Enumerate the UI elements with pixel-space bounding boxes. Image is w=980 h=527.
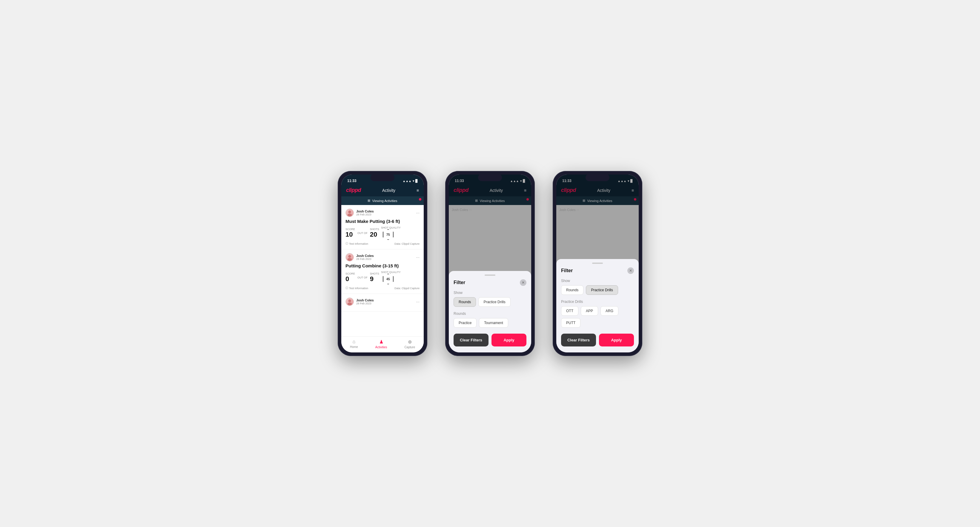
arg-btn-3[interactable]: ARG	[600, 306, 619, 316]
shots-section-1: Shots 20	[370, 228, 379, 238]
app-header-1: clippd Activity ≡	[341, 185, 424, 196]
apply-btn-3[interactable]: Apply	[599, 333, 634, 346]
svg-point-0	[348, 211, 351, 213]
activity-card-1: Josh Coles 28 Feb 2023 ··· Must Make Put…	[341, 205, 424, 249]
practice-drills-section-3: Practice Drills OTT APP ARG PUTT	[561, 300, 634, 328]
hamburger-icon-1[interactable]: ≡	[417, 188, 419, 193]
card-header-3: Josh Coles 28 Feb 2023 ···	[345, 297, 420, 306]
card-stats-2: Score 0 OUT OF Shots 9 Shot Quality 45	[345, 271, 420, 284]
practice-btn-2[interactable]: Practice	[453, 318, 477, 328]
modal-close-3[interactable]: ✕	[627, 267, 634, 274]
phone-3-screen: 11:33 ▲▲▲ ▾ ▉ clippd Activity ≡ ⊞ Viewin…	[556, 175, 639, 352]
shot-quality-section-2: Shot Quality 45	[381, 271, 401, 284]
activities-icon-1: ♟	[379, 339, 383, 344]
screen-content-1: Josh Coles 28 Feb 2023 ··· Must Make Put…	[341, 205, 424, 336]
rounds-section-2: Rounds Practice Tournament	[453, 311, 527, 328]
user-name-2: Josh Coles	[356, 254, 374, 257]
card-header-1: Josh Coles 28 Feb 2023 ···	[345, 209, 420, 217]
show-section-3: Show Rounds Practice Drills	[561, 279, 634, 295]
more-icon-1[interactable]: ···	[416, 210, 420, 215]
rounds-btn-3[interactable]: Rounds	[561, 285, 584, 295]
drill-buttons-3: OTT APP ARG PUTT	[561, 306, 634, 328]
more-icon-2[interactable]: ···	[416, 255, 420, 260]
card-footer-1: ⓘ Test Information Data: Clippd Capture	[345, 242, 420, 246]
test-info-2: ⓘ Test Information	[345, 286, 368, 290]
practice-drills-btn-2[interactable]: Practice Drills	[478, 297, 510, 307]
shots-value-2: 9	[370, 275, 374, 283]
status-icons-1: ▲▲▲ ▾ ▉	[402, 179, 418, 183]
status-time-1: 11:33	[347, 179, 356, 183]
avatar-1	[345, 209, 354, 217]
card-title-2: Putting Combine (3-15 ft)	[345, 263, 420, 268]
user-details-1: Josh Coles 28 Feb 2023	[356, 210, 374, 216]
svg-point-4	[348, 300, 351, 302]
tournament-btn-2[interactable]: Tournament	[479, 318, 508, 328]
capture-label-1: Capture	[404, 346, 415, 349]
capture-icon-1: ⊕	[408, 339, 412, 344]
rounds-btn-2[interactable]: Rounds	[453, 297, 476, 307]
modal-handle-3	[592, 263, 603, 264]
user-date-1: 28 Feb 2023	[356, 213, 374, 216]
app-btn-3[interactable]: APP	[581, 306, 598, 316]
viewing-bar-1[interactable]: ⊞ Viewing Activities	[341, 196, 424, 205]
modal-actions-3: Clear Filters Apply	[561, 333, 634, 346]
card-header-2: Josh Coles 28 Feb 2023 ···	[345, 253, 420, 262]
more-icon-3[interactable]: ···	[416, 299, 420, 304]
bottom-nav-1: ⌂ Home ♟ Activities ⊕ Capture	[341, 336, 424, 352]
nav-home-1[interactable]: ⌂ Home	[350, 339, 358, 349]
home-label-1: Home	[350, 345, 358, 349]
clear-filters-btn-3[interactable]: Clear Filters	[561, 333, 596, 346]
phone-1-screen: 11:33 ▲▲▲ ▾ ▉ clippd Activity ≡ ⊞ Viewin…	[341, 175, 424, 352]
modal-sheet-3[interactable]: Filter ✕ Show Rounds Practice Drills Pra…	[556, 259, 639, 352]
avatar-img-1	[346, 209, 353, 217]
dynamic-island-3	[585, 174, 609, 181]
activity-card-3: Josh Coles 28 Feb 2023 ···	[341, 294, 424, 311]
signal-icon: ▲▲▲	[402, 179, 412, 183]
out-of-2: OUT OF	[358, 276, 368, 279]
modal-close-2[interactable]: ✕	[520, 279, 527, 286]
filter-icon-1: ⊞	[368, 199, 370, 203]
rounds-section-label-2: Rounds	[453, 311, 527, 316]
battery-icon: ▉	[415, 179, 418, 183]
logo-1: clippd	[346, 187, 361, 194]
viewing-bar-text-1: ⊞ Viewing Activities	[368, 199, 397, 203]
user-info-3: Josh Coles 28 Feb 2023	[345, 297, 374, 306]
ott-btn-3[interactable]: OTT	[561, 306, 578, 316]
activities-label-1: Activities	[375, 346, 387, 349]
avatar-img-3	[346, 298, 353, 306]
putt-btn-3[interactable]: PUTT	[561, 318, 581, 328]
data-info-2: Data: Clippd Capture	[395, 287, 420, 290]
user-info-2: Josh Coles 28 Feb 2023	[345, 253, 374, 262]
user-name-1: Josh Coles	[356, 210, 374, 213]
score-value-2: 0	[345, 275, 349, 283]
show-buttons-2: Rounds Practice Drills	[453, 297, 527, 307]
data-info-1: Data: Clippd Capture	[395, 242, 420, 245]
card-stats-1: Score 10 OUT OF Shots 20 Shot Quality 75	[345, 226, 420, 240]
modal-title-3: Filter	[561, 268, 573, 273]
clear-filters-btn-2[interactable]: Clear Filters	[453, 333, 488, 346]
card-footer-2: ⓘ Test Information Data: Clippd Capture	[345, 286, 420, 290]
modal-handle-2	[485, 275, 495, 276]
nav-activities-1[interactable]: ♟ Activities	[375, 339, 387, 349]
shots-section-2: Shots 9	[370, 272, 379, 283]
show-section-2: Show Rounds Practice Drills	[453, 290, 527, 307]
nav-capture-1[interactable]: ⊕ Capture	[404, 339, 415, 349]
show-buttons-3: Rounds Practice Drills	[561, 285, 634, 295]
home-icon-1: ⌂	[353, 339, 356, 344]
svg-point-2	[348, 255, 351, 258]
show-label-3: Show	[561, 279, 634, 283]
modal-sheet-2[interactable]: Filter ✕ Show Rounds Practice Drills Rou…	[449, 271, 531, 352]
show-label-2: Show	[453, 290, 527, 295]
rounds-buttons-2: Practice Tournament	[453, 318, 527, 328]
modal-actions-2: Clear Filters Apply	[453, 333, 527, 346]
score-section-1: Score 10	[345, 228, 355, 238]
dynamic-island	[371, 174, 395, 181]
svg-point-5	[348, 303, 352, 305]
modal-overlay-2: Filter ✕ Show Rounds Practice Drills Rou…	[449, 175, 531, 352]
notification-dot-1	[419, 198, 421, 200]
avatar-img-2	[346, 253, 353, 261]
shot-quality-badge-1: 75	[383, 229, 393, 240]
apply-btn-2[interactable]: Apply	[492, 333, 527, 346]
practice-drills-btn-3[interactable]: Practice Drills	[586, 285, 618, 295]
phone-3: 11:33 ▲▲▲ ▾ ▉ clippd Activity ≡ ⊞ Viewin…	[553, 171, 642, 356]
